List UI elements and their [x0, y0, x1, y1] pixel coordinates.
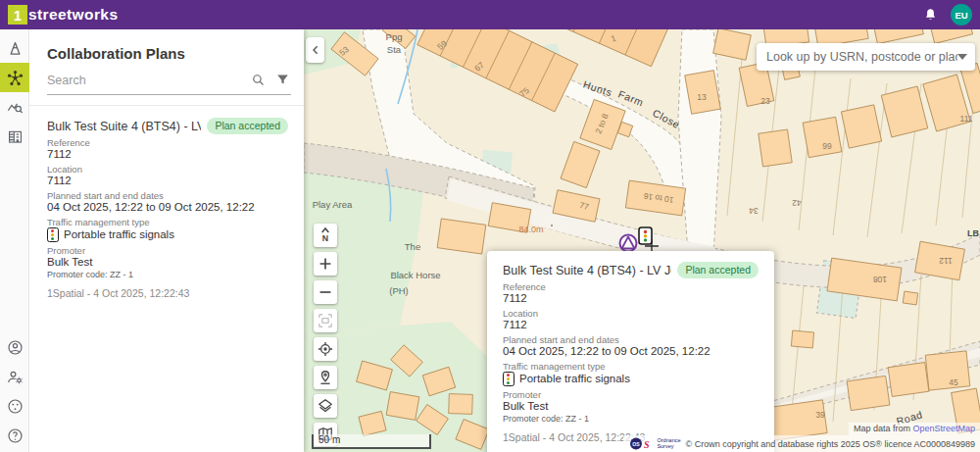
field-value: Portable traffic signals: [503, 372, 759, 386]
field-label: Traffic management type: [503, 361, 759, 372]
rail-item-plans-icon[interactable]: [0, 63, 29, 92]
rail-item-help-icon[interactable]: [0, 421, 29, 450]
collaboration-plans-panel: Collaboration Plans Bulk Test Suite 4 (B…: [29, 29, 304, 452]
logo-text: streetworks: [28, 6, 118, 24]
map-control-layers[interactable]: [314, 394, 337, 418]
plan-title: Bulk Test Suite 4 (BTS4) - LV Joint bays…: [47, 120, 201, 133]
field-label: Traffic management type: [47, 217, 288, 227]
field-label: Promoter: [47, 245, 288, 256]
field-value: Bulk Test: [47, 256, 288, 269]
crown-copyright-text: © Crown copyright and database rights 20…: [686, 439, 975, 449]
header-actions: EU: [922, 4, 972, 25]
rail-bottom-group: [0, 332, 28, 452]
svg-text:N: N: [322, 233, 328, 243]
svg-text:OS: OS: [633, 441, 641, 447]
field-value: 7112: [503, 292, 759, 305]
notifications-bell-icon[interactable]: [922, 7, 939, 24]
scale-bar: 50 m: [312, 434, 431, 449]
map-control-zoom-out[interactable]: [314, 280, 337, 304]
scale-label: 50 m: [318, 434, 340, 445]
search-row: [47, 72, 291, 95]
rail-top-group: [0, 33, 28, 151]
plan-card[interactable]: Bulk Test Suite 4 (BTS4) - LV Joint bays…: [29, 106, 304, 309]
rail-item-account-icon[interactable]: [0, 332, 29, 362]
field-label: Planned start and end dates: [503, 334, 759, 345]
user-avatar[interactable]: EU: [951, 4, 972, 25]
plan-title: Bulk Test Suite 4 (BTS4) - LV Joint bays…: [503, 264, 671, 277]
field-label: Reference: [503, 281, 759, 292]
openstreetmap-link[interactable]: OpenStreetMap: [912, 424, 975, 433]
card-footer: 1Spatial - 4 Oct 2025, 12:22:43: [47, 287, 288, 299]
map-control-zoom-in[interactable]: [314, 252, 337, 276]
map-canvas[interactable]: PpgSta535967751HuntsFarmClose1323991112 …: [304, 29, 980, 452]
lookup-select[interactable]: Look up by USRN, postcode or place: [757, 43, 975, 71]
rail-item-cone-icon[interactable]: [0, 33, 29, 63]
field-value: Bulk Test: [503, 400, 759, 413]
filter-icon[interactable]: [274, 72, 291, 88]
app-logo[interactable]: 1 streetworks: [8, 5, 118, 25]
map-control-pin[interactable]: [314, 366, 337, 389]
search-input[interactable]: [47, 74, 242, 87]
osm-attribution-text: Map data from: [854, 424, 913, 433]
map-controls: N: [314, 224, 337, 446]
search-icon[interactable]: [250, 72, 267, 88]
plan-list-item[interactable]: Bulk Test Suite 4 (BTS4) - LV Joint bays…: [29, 106, 304, 309]
field-value: 7112: [47, 148, 288, 161]
map-control-locate[interactable]: [314, 337, 337, 361]
app-header: 1 streetworks EU: [0, 0, 980, 29]
map-control-compass[interactable]: N: [314, 224, 337, 247]
field-sub: Promoter code: ZZ - 1: [503, 414, 759, 425]
traffic-signal-icon: [47, 227, 59, 242]
rail-item-user-settings-icon[interactable]: [0, 362, 29, 391]
os-attribution: OS S Ordnance Survey © Crown copyright a…: [623, 435, 980, 452]
field-label: Promoter: [503, 389, 759, 400]
field-value: 7112: [47, 175, 288, 187]
icon-rail: [0, 29, 29, 452]
field-value: Portable traffic signals: [47, 227, 288, 242]
field-label: Location: [503, 308, 759, 319]
field-label: Reference: [47, 137, 288, 148]
status-badge: Plan accepted: [677, 262, 759, 278]
lookup-placeholder: Look up by USRN, postcode or place: [766, 50, 957, 64]
traffic-signal-icon: [503, 372, 514, 386]
os-name-line2: Survey: [657, 444, 680, 450]
page-title: Collaboration Plans: [29, 29, 304, 72]
map-popup: Bulk Test Suite 4 (BTS4) - LV Joint bays…: [487, 251, 774, 452]
field-value: 04 Oct 2025, 12:22 to 09 Oct 2025, 12:22: [503, 345, 759, 358]
osm-attribution: Map data from OpenStreetMap: [849, 423, 980, 435]
field-sub: Promoter code: ZZ - 1: [47, 270, 288, 280]
field-value: 04 Oct 2025, 12:22 to 09 Oct 2025, 12:22: [47, 201, 288, 214]
field-label: Location: [47, 164, 288, 175]
rail-item-face-icon[interactable]: [0, 391, 29, 421]
svg-text:S: S: [644, 439, 650, 450]
ordnance-survey-logo: OS S Ordnance Survey: [629, 436, 680, 451]
rail-item-route-search-icon[interactable]: [0, 92, 29, 122]
plan-card[interactable]: Bulk Test Suite 4 (BTS4) - LV Joint bays…: [487, 251, 774, 452]
rail-item-building-icon[interactable]: [0, 122, 29, 151]
collapse-panel-button[interactable]: [306, 37, 324, 63]
map-control-fit-extent: [314, 309, 337, 332]
field-value: 7112: [503, 319, 759, 331]
field-label: Planned start and end dates: [47, 190, 288, 201]
status-badge: Plan accepted: [207, 118, 288, 134]
caret-down-icon: [957, 54, 967, 60]
logo-badge: 1: [8, 5, 27, 25]
